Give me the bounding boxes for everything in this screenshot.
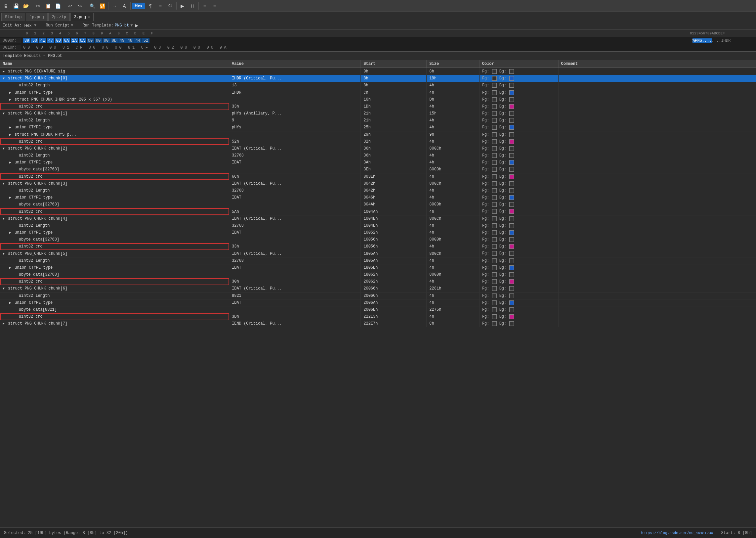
table-row[interactable]: ▶ struct PNG_SIGNATURE sig0h8hFg: Bg:: [0, 68, 756, 75]
paste-btn[interactable]: 📄: [53, 1, 63, 11]
expand-arrow[interactable]: ▼: [3, 182, 7, 186]
hb-89[interactable]: 89: [23, 38, 30, 43]
table-row[interactable]: ubyte data[32768]10056h8000hFg: Bg:: [0, 236, 756, 243]
copy-btn[interactable]: 📋: [43, 1, 53, 11]
table-row[interactable]: ▶ struct PNG_CHUNK_PHYS p...29h9hFg: Bg:: [0, 131, 756, 138]
table-row[interactable]: ▼ struct PNG_CHUNK chunk[0]IHDR (Critica…: [0, 75, 756, 82]
hb-44[interactable]: 44: [134, 38, 141, 43]
pause-btn[interactable]: ⏸: [188, 1, 197, 11]
tab-close-icon[interactable]: ✕: [88, 15, 90, 19]
expand-arrow[interactable]: ▶: [9, 98, 13, 102]
hex-edit-btn[interactable]: Hex: [23, 23, 33, 28]
hb-0A1[interactable]: 0A: [63, 38, 70, 43]
open-btn[interactable]: 📂: [21, 1, 30, 11]
expand-arrow[interactable]: ▼: [3, 287, 7, 291]
expand-arrow[interactable]: ▼: [3, 112, 7, 116]
table-row[interactable]: uint32 length882120066h4hFg: Bg:: [0, 292, 756, 299]
cut-btn[interactable]: ✂: [33, 1, 43, 11]
table-row[interactable]: uint32 length327681004Eh4hFg: Bg:: [0, 222, 756, 229]
table-row[interactable]: ▶ union CTYPE typeIDAT3Ah4hFg: Bg:: [0, 159, 756, 166]
hb-49[interactable]: 49: [119, 38, 126, 43]
hb-0D2[interactable]: 0D: [111, 38, 118, 43]
table-row[interactable]: uint32 length921h4hFg: Bg:: [0, 117, 756, 124]
replace-btn[interactable]: 🔁: [98, 1, 107, 11]
table-row[interactable]: uint32 crc33h18056h4hFg: Bg:: [0, 243, 756, 250]
expand-arrow[interactable]: ▼: [3, 252, 7, 256]
table-row[interactable]: ▼ struct PNG_CHUNK chunk[5]IDAT (Critica…: [0, 250, 756, 257]
table-row[interactable]: uint32 length138h4hFg: Bg:: [0, 82, 756, 89]
hb-00c[interactable]: 00: [103, 38, 110, 43]
expand-arrow[interactable]: ▼: [3, 217, 7, 221]
table-row[interactable]: ubyte data[32768]18062h8000hFg: Bg:: [0, 271, 756, 278]
hb-4E[interactable]: 4E: [39, 38, 46, 43]
table-row[interactable]: ▼ struct PNG_CHUNK chunk[3]IDAT (Critica…: [0, 180, 756, 187]
table-row[interactable]: ubyte data[32768]804Ah8000hFg: Bg:: [0, 201, 756, 208]
table-row[interactable]: uint32 length327681805Ah4hFg: Bg:: [0, 257, 756, 264]
table-row[interactable]: uint32 length3276836h4hFg: Bg:: [0, 152, 756, 159]
hb-00b[interactable]: 00: [95, 38, 102, 43]
expand-arrow[interactable]: ▶: [9, 266, 13, 270]
expand-arrow[interactable]: ▶: [9, 133, 13, 136]
expand-arrow[interactable]: ▼: [3, 77, 7, 81]
expand-arrow[interactable]: ▶: [9, 231, 13, 235]
expand-arrow[interactable]: ▶: [9, 196, 13, 199]
table-row[interactable]: uint32 crc5Ah1004Ah4hFg: Bg:: [0, 208, 756, 215]
table-row[interactable]: ▼ struct PNG_CHUNK chunk[6]IDAT (Critica…: [0, 285, 756, 292]
hb-0A2[interactable]: 0A: [79, 38, 86, 43]
hb-48[interactable]: 48: [126, 38, 133, 43]
table-row[interactable]: uint32 crc6Ch803Eh4hFg: Bg:: [0, 173, 756, 180]
font-btn[interactable]: A: [120, 1, 129, 11]
hb-47[interactable]: 47: [47, 38, 54, 43]
new-file-btn[interactable]: 🗎: [1, 1, 11, 11]
hb-1A[interactable]: 1A: [71, 38, 78, 43]
run-btn[interactable]: ▶: [178, 1, 187, 11]
expand-arrow[interactable]: ▶: [9, 161, 13, 164]
tab-1p[interactable]: 1p.png: [26, 13, 47, 21]
undo-btn[interactable]: ↩: [66, 1, 75, 11]
table-row[interactable]: ▶ union CTYPE typeIDAT10052h4hFg: Bg:: [0, 229, 756, 236]
hb-52[interactable]: 52: [142, 38, 149, 43]
book1-btn[interactable]: ≡: [200, 1, 209, 11]
hb-0D[interactable]: 0D: [55, 38, 62, 43]
play-template-btn[interactable]: ▶: [134, 23, 139, 28]
table-row[interactable]: uint32 crc52h32h4hFg: Bg:: [0, 138, 756, 145]
hb-50[interactable]: 50: [31, 38, 38, 43]
tab-startup[interactable]: Startup: [1, 13, 25, 21]
tab-2p[interactable]: 2p.zip: [48, 13, 70, 21]
book2-btn[interactable]: ≡: [210, 1, 219, 11]
find-btn[interactable]: 🔍: [88, 1, 97, 11]
table-row[interactable]: ▶ union CTYPE typeIDAT2006Ah4hFg: Bg:: [0, 299, 756, 306]
table-row[interactable]: ubyte data[32768]3Eh8000hFg: Bg:: [0, 166, 756, 173]
tab-3png[interactable]: 3.png ✕: [71, 13, 94, 21]
redo-btn[interactable]: ↪: [76, 1, 85, 11]
table-row[interactable]: ▼ struct PNG_CHUNK chunk[1]pHYs (Ancilla…: [0, 110, 756, 117]
table-row[interactable]: ▶ union CTYPE typeIDAT1805Eh4hFg: Bg:: [0, 264, 756, 271]
table-row[interactable]: uint32 length327688042h4hFg: Bg:: [0, 187, 756, 194]
expand-arrow[interactable]: ▶: [9, 91, 13, 95]
goto-btn[interactable]: →: [110, 1, 119, 11]
table-row[interactable]: ▼ struct PNG_CHUNK chunk[4]IDAT (Critica…: [0, 215, 756, 222]
table-row[interactable]: ubyte data[8821]2006Eh2275hFg: Bg:: [0, 306, 756, 313]
table-row[interactable]: ▶ struct PNG_CHUNK_IHDR ihdr 205 x 367 (…: [0, 96, 756, 103]
bits-btn[interactable]: 01: [166, 1, 175, 11]
hb-00a[interactable]: 00: [87, 38, 94, 43]
show-chars-btn[interactable]: ¶: [146, 1, 155, 11]
expand-arrow[interactable]: ▶: [3, 70, 7, 74]
table-row[interactable]: ▶ union CTYPE typeIHDRCh4hFg: Bg:: [0, 89, 756, 96]
row-name: ubyte data[32768]: [0, 236, 229, 243]
expand-arrow[interactable]: ▶: [9, 126, 13, 130]
results-table-container[interactable]: Name Value Start Size Color Comment ▶ st…: [0, 60, 756, 534]
hex-mode-btn[interactable]: Hex: [132, 3, 145, 9]
table-row[interactable]: ▶ union CTYPE typepHYs25h4hFg: Bg:: [0, 124, 756, 131]
table-row[interactable]: ▶ struct PNG_CHUNK chunk[7]IEND (Critica…: [0, 320, 756, 327]
show-grid-btn[interactable]: ≡: [156, 1, 165, 11]
table-row[interactable]: uint32 crc3Dh222E3h4hFg: Bg:: [0, 313, 756, 320]
table-row[interactable]: ▼ struct PNG_CHUNK chunk[2]IDAT (Critica…: [0, 145, 756, 152]
expand-arrow[interactable]: ▶: [3, 322, 7, 326]
expand-arrow[interactable]: ▼: [3, 147, 7, 150]
save-btn[interactable]: 💾: [11, 1, 21, 11]
expand-arrow[interactable]: ▶: [9, 301, 13, 305]
table-row[interactable]: uint32 crc30h20062h4hFg: Bg:: [0, 278, 756, 285]
table-row[interactable]: ▶ union CTYPE typeIDAT8046h4hFg: Bg:: [0, 194, 756, 201]
table-row[interactable]: uint32 crc33h1Dh4hFg: Bg:: [0, 103, 756, 110]
